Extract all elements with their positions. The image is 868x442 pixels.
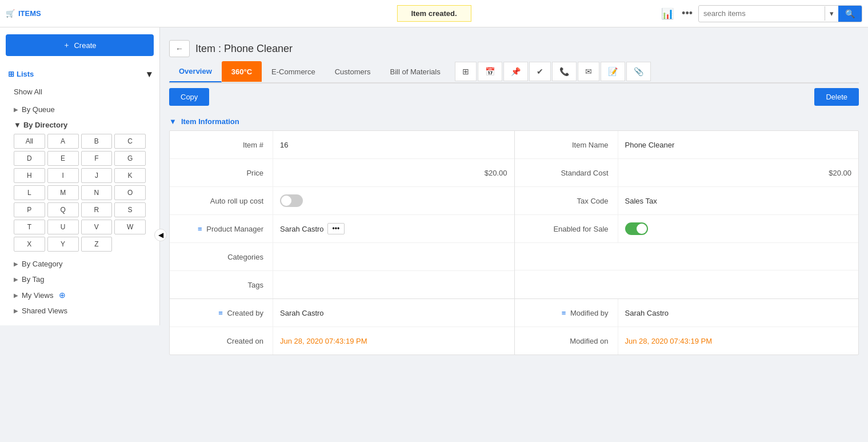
delete-button[interactable]: Delete (814, 88, 859, 106)
sidebar-item-by-category[interactable]: ▶ By Category (6, 256, 154, 272)
dir-btn-w[interactable]: W (114, 220, 146, 234)
tab-customers[interactable]: Customers (325, 61, 381, 82)
form-grid: Item # 16 Price $20.00 Auto roll up cost (170, 131, 858, 298)
pm-more-button[interactable]: ••• (327, 223, 345, 234)
created-by-row: ≡ Created by Sarah Castro (170, 299, 514, 327)
enabled-for-sale-label: Enabled for Sale (515, 225, 618, 233)
search-dropdown-button[interactable]: ▾ (825, 6, 838, 21)
shared-views-label: Shared Views (22, 306, 67, 315)
item-number-value[interactable]: 16 (273, 131, 514, 158)
dir-btn-l[interactable]: L (14, 185, 45, 200)
dir-btn-t[interactable]: T (14, 220, 45, 234)
tab-icon-pin[interactable]: 📌 (503, 62, 528, 81)
arrow-icon: ▶ (14, 276, 18, 282)
top-bar-right: 📊 ••• ▾ 🔍 (659, 5, 862, 22)
categories-value[interactable] (273, 243, 514, 270)
price-value[interactable]: $20.00 (273, 159, 514, 186)
tab-360[interactable]: 360°C (222, 61, 262, 82)
plus-icon: ＋ (63, 40, 70, 50)
my-views-label: My Views (22, 291, 53, 300)
top-bar: 🛒 ITEMS Item created. 📊 ••• ▾ 🔍 (0, 0, 868, 27)
tab-icon-calendar[interactable]: 📅 (478, 62, 502, 81)
modified-on-value: Jun 28, 2020 07:43:19 PM (618, 327, 859, 355)
dir-btn-u[interactable]: U (47, 220, 79, 234)
dir-btn-z[interactable]: Z (81, 237, 113, 252)
dir-btn-b[interactable]: B (81, 134, 113, 149)
tax-code-label: Tax Code (515, 197, 618, 205)
section-title: Item Information (181, 117, 239, 126)
search-submit-button[interactable]: 🔍 (838, 6, 862, 22)
search-input[interactable] (699, 6, 825, 21)
dir-btn-r[interactable]: R (81, 202, 113, 217)
dir-btn-e[interactable]: E (47, 151, 79, 166)
add-view-icon[interactable]: ⊕ (59, 290, 66, 300)
tab-icon-phone[interactable]: 📞 (552, 62, 577, 81)
tax-code-value[interactable]: Sales Tax (618, 187, 859, 214)
enabled-for-sale-toggle[interactable] (618, 215, 859, 242)
dir-btn-m[interactable]: M (47, 185, 79, 200)
auto-rollup-toggle[interactable] (273, 187, 514, 214)
sidebar-item-my-views[interactable]: ▶ My Views ⊕ (6, 287, 154, 303)
sidebar-item-by-tag[interactable]: ▶ By Tag (6, 272, 154, 287)
create-button[interactable]: ＋ Create (6, 34, 154, 56)
copy-button[interactable]: Copy (169, 88, 209, 106)
created-on-label: Created on (170, 337, 273, 345)
show-all-item[interactable]: Show All (6, 84, 154, 99)
dir-btn-all[interactable]: All (14, 134, 45, 149)
sidebar-item-by-directory[interactable]: ▼ By Directory (6, 117, 154, 132)
dir-btn-s[interactable]: S (114, 202, 146, 217)
tab-icon-grid[interactable]: ⊞ (455, 62, 477, 81)
tab-icons-row: ⊞ 📅 📌 ✔ 📞 ✉ 📝 📎 (455, 62, 651, 81)
page-title: Item : Phone Cleaner (195, 43, 293, 55)
dir-btn-j[interactable]: J (81, 168, 113, 183)
tab-icon-mail[interactable]: ✉ (578, 62, 599, 81)
dir-btn-f[interactable]: F (81, 151, 113, 166)
dir-btn-k[interactable]: K (114, 168, 146, 183)
tab-icon-check[interactable]: ✔ (529, 62, 551, 81)
toggle-off-icon[interactable] (280, 194, 303, 207)
chart-icon-button[interactable]: 📊 (659, 5, 676, 22)
dir-btn-q[interactable]: Q (47, 202, 79, 217)
dir-btn-x[interactable]: X (14, 237, 45, 252)
lists-collapse-icon[interactable]: ▾ (147, 69, 151, 79)
modified-by-icon: ≡ (562, 309, 566, 317)
item-name-value[interactable]: Phone Cleaner (618, 131, 859, 158)
audit-grid: ≡ Created by Sarah Castro Created on Jun… (170, 298, 858, 355)
tab-icon-attachment[interactable]: 📎 (626, 62, 651, 81)
enabled-for-sale-row: Enabled for Sale (515, 215, 859, 243)
sidebar-item-shared-views[interactable]: ▶ Shared Views (6, 303, 154, 318)
dir-btn-g[interactable]: G (114, 151, 146, 166)
tags-value[interactable] (273, 271, 514, 298)
tab-bill-of-materials[interactable]: Bill of Materials (381, 61, 450, 82)
item-name-label: Item Name (515, 141, 618, 149)
tab-overview[interactable]: Overview (169, 61, 222, 82)
by-category-label: By Category (22, 260, 63, 268)
dir-btn-p[interactable]: P (14, 202, 45, 217)
lists-nav-item[interactable]: ⊞ Lists ▾ (6, 64, 154, 84)
back-button[interactable]: ← (169, 40, 190, 57)
right-spacer-row2 (515, 270, 859, 298)
dir-btn-y[interactable]: Y (47, 237, 79, 252)
tab-icon-note[interactable]: 📝 (601, 62, 625, 81)
dir-btn-n[interactable]: N (81, 185, 113, 200)
dir-btn-c[interactable]: C (114, 134, 146, 149)
tags-row: Tags (170, 271, 514, 298)
toggle-on-icon[interactable] (625, 222, 648, 235)
auto-rollup-label: Auto roll up cost (170, 197, 273, 205)
dir-btn-v[interactable]: V (81, 220, 113, 234)
tab-ecommerce[interactable]: E-Commerce (262, 61, 325, 82)
search-bar: ▾ 🔍 (698, 5, 862, 22)
dir-btn-d[interactable]: D (14, 151, 45, 166)
dir-btn-i[interactable]: I (47, 168, 79, 183)
standard-cost-value[interactable]: $20.00 (618, 159, 859, 186)
more-options-button[interactable]: ••• (679, 5, 695, 22)
dir-btn-o[interactable]: O (114, 185, 146, 200)
section-header-item-info[interactable]: ▼ Item Information (169, 110, 859, 130)
created-by-icon: ≡ (218, 309, 223, 317)
item-number-label: Item # (170, 141, 273, 149)
dir-btn-a[interactable]: A (47, 134, 79, 149)
tax-code-row: Tax Code Sales Tax (515, 187, 859, 215)
dir-btn-h[interactable]: H (14, 168, 45, 183)
sidebar-collapse-button[interactable]: ◀ (154, 229, 167, 241)
sidebar-item-by-queue[interactable]: ▶ By Queue (6, 102, 154, 117)
